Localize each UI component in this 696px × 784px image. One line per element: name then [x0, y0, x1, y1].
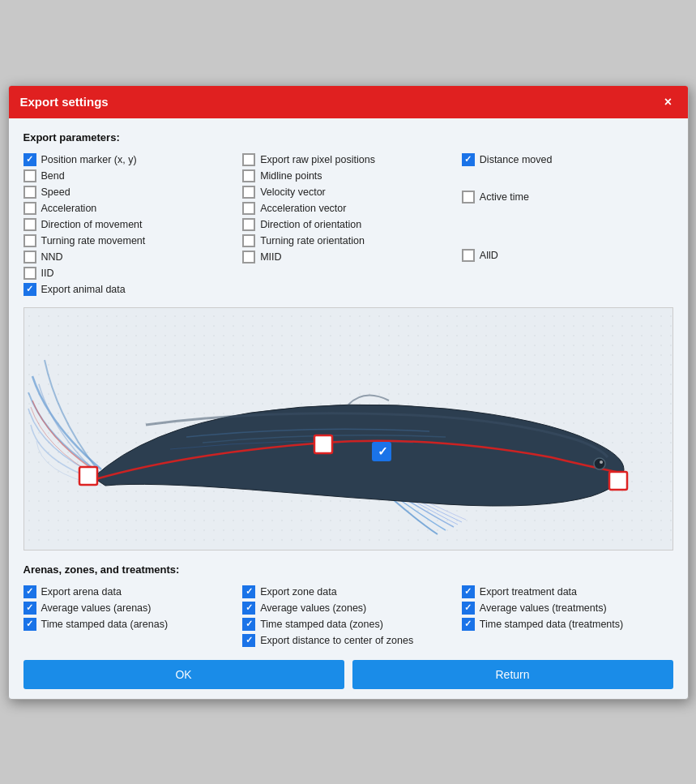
zones-col2: Export zone data Average values (zones) … [242, 584, 454, 649]
cb-velocity-vec-label: Velocity vector [260, 186, 326, 198]
cb-time-zones-label: Time stamped data (zones) [260, 619, 383, 630]
cb-bend-box[interactable] [23, 169, 36, 182]
cb-export-arena[interactable]: Export arena data [23, 584, 235, 600]
params-col2: Export raw pixel positions Midline point… [242, 152, 454, 298]
cb-turning-orient-box[interactable] [242, 234, 255, 247]
cb-midline[interactable]: Midline points [242, 168, 454, 184]
cb-nnd[interactable]: NND [23, 249, 235, 265]
cb-avg-treats-box[interactable] [462, 602, 475, 615]
cb-export-arena-box[interactable] [23, 585, 36, 598]
cb-miid-label: MIID [260, 251, 281, 263]
cb-turning-orient-label: Turning rate orientation [260, 235, 365, 246]
cb-dist-center-label: Export distance to center of zones [260, 635, 413, 646]
cb-aiid-box[interactable] [462, 249, 475, 262]
cb-miid[interactable]: MIID [242, 249, 454, 265]
params-col3: Distance moved Active time AllD [462, 152, 673, 298]
cb-accel-vec[interactable]: Acceleration vector [242, 200, 454, 216]
dialog-content: Export parameters: Position marker (x, y… [9, 118, 688, 699]
cb-turning-rate[interactable]: Turning rate movement [23, 233, 235, 249]
cb-bend-label: Bend [41, 170, 65, 182]
cb-turning-orient[interactable]: Turning rate orientation [242, 233, 454, 249]
cb-acceleration-box[interactable] [23, 202, 36, 215]
cb-turning-rate-box[interactable] [23, 234, 36, 247]
svg-rect-8 [609, 472, 627, 490]
export-dialog: Export settings × Export parameters: Pos… [8, 85, 689, 700]
cb-dir-movement-label: Direction of movement [41, 219, 143, 230]
dialog-title: Export settings [20, 95, 109, 109]
close-button[interactable]: × [660, 94, 677, 110]
footer-buttons: OK Return [23, 660, 673, 689]
cb-export-animal-label: Export animal data [41, 284, 126, 295]
cb-time-treats[interactable]: Time stamped data (treatments) [462, 616, 673, 632]
cb-active-time[interactable]: Active time [462, 189, 673, 205]
svg-text:✓: ✓ [378, 444, 388, 458]
cb-time-treats-box[interactable] [462, 618, 475, 631]
cb-speed[interactable]: Speed [23, 184, 235, 200]
svg-point-2 [594, 458, 605, 469]
cb-avg-zones-box[interactable] [242, 602, 255, 615]
return-button[interactable]: Return [352, 660, 673, 689]
cb-miid-box[interactable] [242, 251, 255, 263]
fish-illustration: ✓ [23, 307, 673, 551]
cb-avg-zones[interactable]: Average values (zones) [242, 600, 454, 616]
cb-velocity-vec-box[interactable] [242, 186, 255, 199]
cb-dist-center-box[interactable] [242, 634, 255, 647]
cb-iid[interactable]: IID [23, 265, 235, 281]
cb-raw-pixel[interactable]: Export raw pixel positions [242, 152, 454, 168]
zones-col1: Export arena data Average values (arenas… [23, 584, 235, 649]
cb-velocity-vec[interactable]: Velocity vector [242, 184, 454, 200]
cb-nnd-label: NND [41, 251, 63, 263]
svg-point-3 [600, 461, 603, 464]
cb-midline-box[interactable] [242, 169, 255, 182]
cb-dir-movement[interactable]: Direction of movement [23, 216, 235, 233]
svg-rect-4 [79, 467, 97, 485]
zones-section: Arenas, zones, and treatments: Export ar… [23, 563, 673, 649]
ok-button[interactable]: OK [23, 660, 344, 689]
cb-export-zone[interactable]: Export zone data [242, 584, 454, 600]
cb-dir-orient-box[interactable] [242, 218, 255, 231]
cb-time-zones[interactable]: Time stamped data (zones) [242, 616, 454, 632]
cb-avg-arenas-box[interactable] [23, 602, 36, 615]
cb-time-arenas-box[interactable] [23, 618, 36, 631]
cb-acceleration-label: Acceleration [41, 203, 97, 214]
cb-dist-center[interactable]: Export distance to center of zones [242, 632, 454, 649]
cb-accel-vec-label: Acceleration vector [260, 203, 346, 214]
cb-nnd-box[interactable] [23, 251, 36, 263]
cb-speed-box[interactable] [23, 186, 36, 199]
cb-pos-marker-box[interactable] [23, 153, 36, 166]
cb-time-treats-label: Time stamped data (treatments) [480, 619, 623, 630]
cb-export-zone-box[interactable] [242, 585, 255, 598]
cb-dir-orient[interactable]: Direction of orientation [242, 216, 454, 233]
cb-active-time-label: Active time [480, 191, 529, 203]
cb-export-animal[interactable]: Export animal data [23, 281, 235, 298]
cb-distance[interactable]: Distance moved [462, 152, 673, 168]
cb-pos-marker-label: Position marker (x, y) [41, 154, 137, 165]
cb-export-treat-box[interactable] [462, 585, 475, 598]
cb-avg-arenas[interactable]: Average values (arenas) [23, 600, 235, 616]
cb-aiid-label: AllD [480, 250, 498, 261]
cb-dir-movement-box[interactable] [23, 218, 36, 231]
cb-time-arenas[interactable]: Time stamped data (arenas) [23, 616, 235, 632]
cb-active-time-box[interactable] [462, 191, 475, 203]
cb-aiid[interactable]: AllD [462, 247, 673, 263]
cb-speed-label: Speed [41, 186, 70, 198]
cb-acceleration[interactable]: Acceleration [23, 200, 235, 216]
cb-raw-pixel-box[interactable] [242, 153, 255, 166]
cb-export-treat[interactable]: Export treatment data [462, 584, 673, 600]
cb-export-animal-box[interactable] [23, 283, 36, 296]
cb-avg-arenas-label: Average values (arenas) [41, 602, 152, 614]
cb-bend[interactable]: Bend [23, 168, 235, 184]
cb-iid-box[interactable] [23, 267, 36, 280]
cb-pos-marker[interactable]: Position marker (x, y) [23, 152, 235, 168]
svg-rect-5 [314, 435, 332, 453]
cb-avg-treats[interactable]: Average values (treatments) [462, 600, 673, 616]
cb-turning-rate-label: Turning rate movement [41, 235, 146, 246]
cb-dir-orient-label: Direction of orientation [260, 219, 361, 230]
cb-accel-vec-box[interactable] [242, 202, 255, 215]
zones-col3: Export treatment data Average values (tr… [462, 584, 673, 649]
zones-grid: Export arena data Average values (arenas… [23, 584, 673, 649]
cb-distance-box[interactable] [462, 153, 475, 166]
cb-time-zones-box[interactable] [242, 618, 255, 631]
cb-time-arenas-label: Time stamped data (arenas) [41, 619, 169, 630]
export-params-label: Export parameters: [23, 131, 673, 144]
